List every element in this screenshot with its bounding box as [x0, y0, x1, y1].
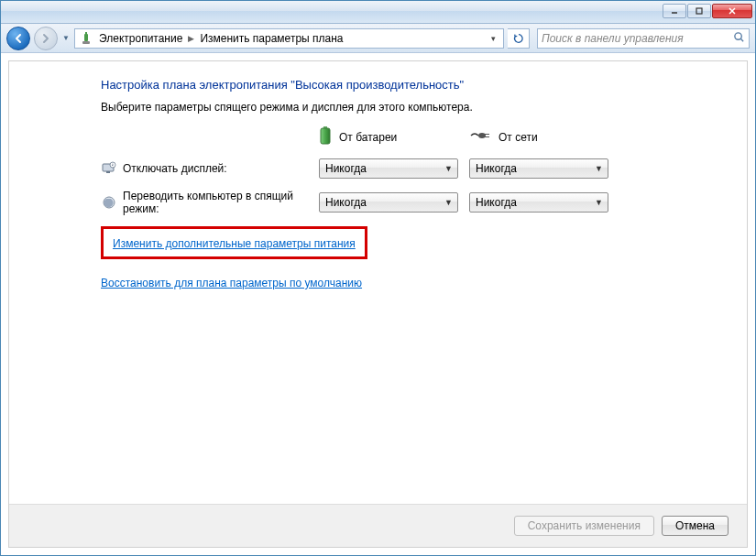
- address-bar[interactable]: Электропитание ▶ Изменить параметры план…: [74, 28, 504, 49]
- cancel-button[interactable]: Отмена: [662, 516, 729, 536]
- maximize-button[interactable]: [687, 4, 711, 18]
- display-battery-select[interactable]: Никогда ▼: [319, 158, 458, 179]
- chevron-down-icon: ▼: [444, 198, 453, 207]
- chevron-down-icon: ▼: [444, 164, 453, 173]
- setting-row-sleep: Переводить компьютер в спящий режим: Ник…: [101, 190, 721, 215]
- close-button[interactable]: [712, 4, 752, 18]
- highlight-box: Изменить дополнительные параметры питани…: [101, 226, 367, 259]
- battery-column-label: От батареи: [339, 131, 397, 144]
- search-input[interactable]: Поиск в панели управления: [537, 28, 750, 49]
- display-off-label: Отключать дисплей:: [123, 162, 319, 175]
- chevron-down-icon: ▼: [595, 164, 603, 173]
- nav-back-button[interactable]: [6, 27, 30, 50]
- sleep-battery-select[interactable]: Никогда ▼: [319, 192, 458, 213]
- svg-rect-1: [696, 8, 702, 14]
- ac-column-header: От сети: [469, 126, 619, 147]
- svg-rect-13: [485, 136, 489, 137]
- breadcrumb-part-2[interactable]: Изменить параметры плана: [200, 32, 343, 45]
- refresh-button[interactable]: [508, 28, 530, 49]
- restore-defaults-link[interactable]: Восстановить для плана параметры по умол…: [101, 277, 362, 289]
- page-subtitle: Выберите параметры спящего режима и дисп…: [101, 101, 721, 114]
- chevron-down-icon: ▼: [595, 198, 603, 207]
- minimize-button[interactable]: [663, 4, 686, 18]
- breadcrumb-part-1[interactable]: Электропитание: [99, 32, 182, 45]
- address-dropdown-icon[interactable]: ▾: [488, 34, 499, 43]
- page-title: Настройка плана электропитания "Высокая …: [101, 78, 721, 92]
- advanced-settings-link[interactable]: Изменить дополнительные параметры питани…: [113, 237, 356, 250]
- svg-rect-12: [485, 134, 489, 135]
- svg-rect-15: [106, 171, 110, 173]
- content-frame: Настройка плана электропитания "Высокая …: [8, 60, 748, 548]
- nav-row: ▼ Электропитание ▶ Изменить параметры пл…: [1, 24, 755, 53]
- content-outer: Настройка плана электропитания "Высокая …: [1, 53, 755, 555]
- plug-icon: [469, 130, 491, 144]
- ac-column-label: От сети: [499, 131, 538, 144]
- svg-rect-10: [321, 128, 330, 144]
- column-headers: От батареи От сети: [101, 126, 721, 147]
- display-off-icon: [101, 161, 117, 176]
- save-button[interactable]: Сохранить изменения: [514, 516, 654, 536]
- power-options-icon: [79, 31, 93, 46]
- sleep-icon: [101, 195, 117, 210]
- battery-icon: [319, 126, 332, 147]
- search-placeholder: Поиск в панели управления: [542, 32, 684, 45]
- control-panel-window: ▼ Электропитание ▶ Изменить параметры пл…: [0, 0, 756, 556]
- sleep-ac-select[interactable]: Никогда ▼: [469, 192, 608, 213]
- breadcrumb-sep-icon: ▶: [188, 34, 194, 43]
- nav-forward-button[interactable]: [34, 27, 58, 50]
- svg-rect-5: [85, 32, 87, 34]
- nav-history-dropdown[interactable]: ▼: [61, 27, 71, 50]
- button-row: Сохранить изменения Отмена: [9, 504, 747, 547]
- svg-rect-4: [84, 34, 88, 41]
- svg-rect-6: [82, 41, 90, 44]
- battery-column-header: От батареи: [319, 126, 469, 147]
- svg-point-7: [735, 32, 741, 38]
- search-icon: [733, 31, 745, 46]
- sleep-label: Переводить компьютер в спящий режим:: [123, 190, 319, 215]
- titlebar: [1, 1, 755, 24]
- svg-line-8: [740, 38, 743, 41]
- setting-row-display: Отключать дисплей: Никогда ▼ Никогда ▼: [101, 158, 721, 179]
- svg-point-11: [478, 133, 486, 138]
- display-ac-select[interactable]: Никогда ▼: [469, 158, 608, 179]
